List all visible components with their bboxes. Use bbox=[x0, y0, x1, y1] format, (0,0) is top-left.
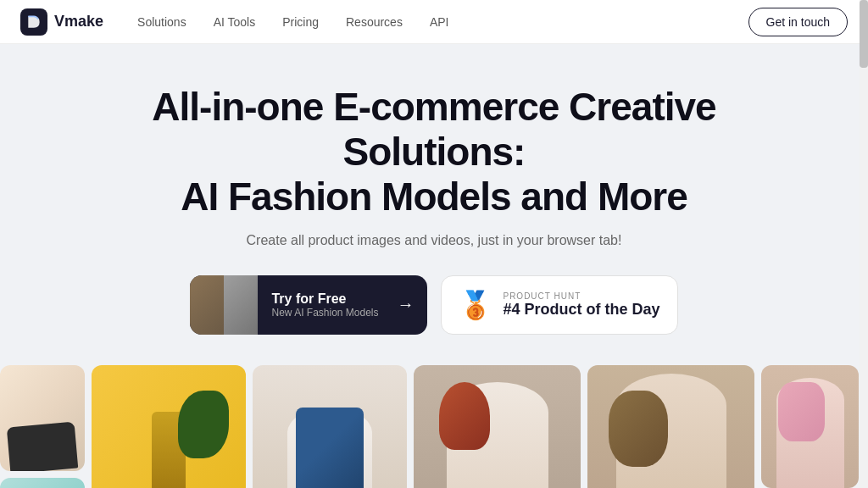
man-fashion-image bbox=[253, 365, 407, 488]
grid-col-6 bbox=[761, 365, 859, 488]
scrollbar-thumb[interactable] bbox=[860, 0, 868, 68]
teal-image bbox=[0, 478, 85, 488]
product-hunt-label: PRODUCT HUNT bbox=[503, 291, 659, 301]
grid-col-4 bbox=[414, 365, 581, 488]
image-grid bbox=[0, 365, 868, 488]
nav-resources[interactable]: Resources bbox=[346, 15, 403, 29]
cream-product-image bbox=[92, 365, 246, 488]
hero-title-line2: AI Fashion Models and More bbox=[181, 175, 687, 219]
cta-btn-text: Try for Free New AI Fashion Models bbox=[258, 291, 397, 319]
product-hunt-rank: #4 Product of the Day bbox=[503, 301, 659, 318]
woman-brown-image bbox=[587, 365, 754, 488]
cta-sub-label: New AI Fashion Models bbox=[271, 307, 383, 319]
hero-section: All-in-one E-commerce Creative Solutions… bbox=[0, 44, 868, 488]
nav-pricing[interactable]: Pricing bbox=[282, 15, 319, 29]
logo-text: Vmake bbox=[54, 13, 103, 30]
cta-main-label: Try for Free bbox=[271, 291, 383, 307]
medal-icon: 🥉 bbox=[459, 289, 492, 321]
fashion-preview-images bbox=[190, 275, 258, 335]
shoe-image bbox=[0, 365, 85, 471]
nav-links: Solutions AI Tools Pricing Resources API bbox=[137, 15, 748, 29]
logo[interactable]: Vmake bbox=[20, 8, 103, 36]
nav-solutions[interactable]: Solutions bbox=[137, 15, 186, 29]
scrollbar[interactable] bbox=[860, 0, 868, 488]
try-for-free-button[interactable]: Try for Free New AI Fashion Models → bbox=[190, 275, 427, 335]
navbar: Vmake Solutions AI Tools Pricing Resourc… bbox=[0, 0, 868, 44]
grid-col-3 bbox=[253, 365, 407, 488]
get-in-touch-button[interactable]: Get in touch bbox=[748, 8, 849, 36]
grid-col-1 bbox=[0, 365, 85, 488]
woman-pink-image bbox=[761, 365, 859, 488]
logo-icon bbox=[20, 8, 47, 36]
hero-title-line1: All-in-one E-commerce Creative Solutions… bbox=[152, 85, 715, 174]
product-hunt-badge[interactable]: 🥉 PRODUCT HUNT #4 Product of the Day bbox=[441, 275, 677, 335]
nav-ai-tools[interactable]: AI Tools bbox=[214, 15, 256, 29]
preview-img-2 bbox=[224, 275, 258, 335]
nav-api[interactable]: API bbox=[430, 15, 449, 29]
hero-subtitle: Create all product images and videos, ju… bbox=[0, 233, 868, 248]
grid-col-5 bbox=[587, 365, 754, 488]
cta-arrow-icon: → bbox=[397, 295, 427, 314]
cta-row: Try for Free New AI Fashion Models → 🥉 P… bbox=[0, 275, 868, 335]
hero-title: All-in-one E-commerce Creative Solutions… bbox=[137, 85, 731, 219]
product-hunt-info: PRODUCT HUNT #4 Product of the Day bbox=[503, 291, 659, 319]
grid-col-2 bbox=[92, 365, 246, 488]
woman-red-hair-image bbox=[414, 365, 581, 488]
preview-img-1 bbox=[190, 275, 224, 335]
